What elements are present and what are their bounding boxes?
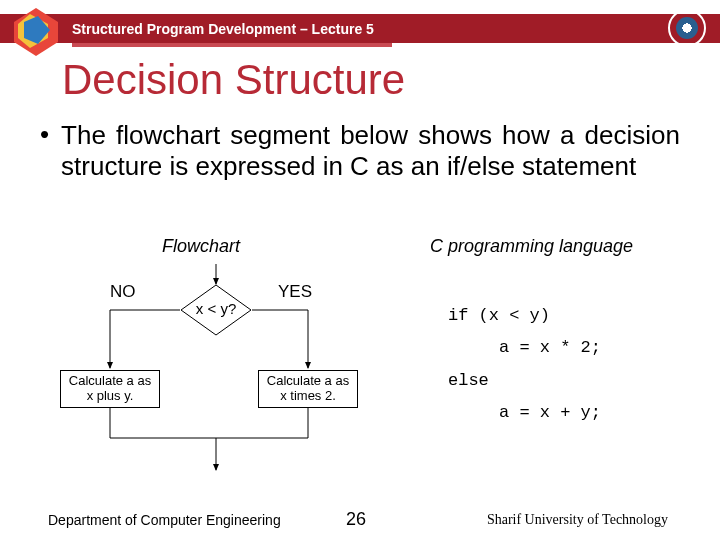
- code-line-4: a = x + y;: [448, 403, 601, 422]
- process-yes-line1: Calculate a as: [259, 374, 357, 389]
- footer-department: Department of Computer Engineering: [48, 512, 281, 528]
- no-label: NO: [110, 282, 136, 302]
- process-box-no: Calculate a as x plus y.: [60, 370, 160, 408]
- process-box-yes: Calculate a as x times 2.: [258, 370, 358, 408]
- process-yes-line2: x times 2.: [259, 389, 357, 404]
- code-label: C programming language: [430, 236, 633, 257]
- header-title: Structured Program Development – Lecture…: [72, 21, 374, 37]
- header-bar: Structured Program Development – Lecture…: [0, 14, 720, 43]
- logo-right-inner: [676, 17, 698, 39]
- flowchart-label: Flowchart: [162, 236, 240, 257]
- bullet-dot: •: [40, 120, 49, 181]
- code-block: if (x < y) a = x * 2; else a = x + y;: [448, 300, 601, 429]
- bullet-block: • The flowchart segment below shows how …: [40, 120, 680, 181]
- yes-label: YES: [278, 282, 312, 302]
- footer-university: Sharif University of Technology: [487, 512, 668, 528]
- code-line-3: else: [448, 371, 489, 390]
- code-line-1: if (x < y): [448, 306, 550, 325]
- bullet-text: The flowchart segment below shows how a …: [61, 120, 680, 181]
- slide-number: 26: [346, 509, 366, 530]
- flowchart: NO YES x < y? Calculate a as x plus y. C…: [40, 262, 380, 492]
- header-strip: [72, 43, 392, 47]
- decision-diamond: x < y?: [180, 284, 252, 336]
- institution-logo-right: [668, 9, 706, 47]
- slide-title: Decision Structure: [62, 56, 405, 104]
- decision-text: x < y?: [180, 300, 252, 317]
- institution-logo-left: [8, 4, 64, 60]
- process-no-line1: Calculate a as: [61, 374, 159, 389]
- code-line-2: a = x * 2;: [448, 338, 601, 357]
- process-no-line2: x plus y.: [61, 389, 159, 404]
